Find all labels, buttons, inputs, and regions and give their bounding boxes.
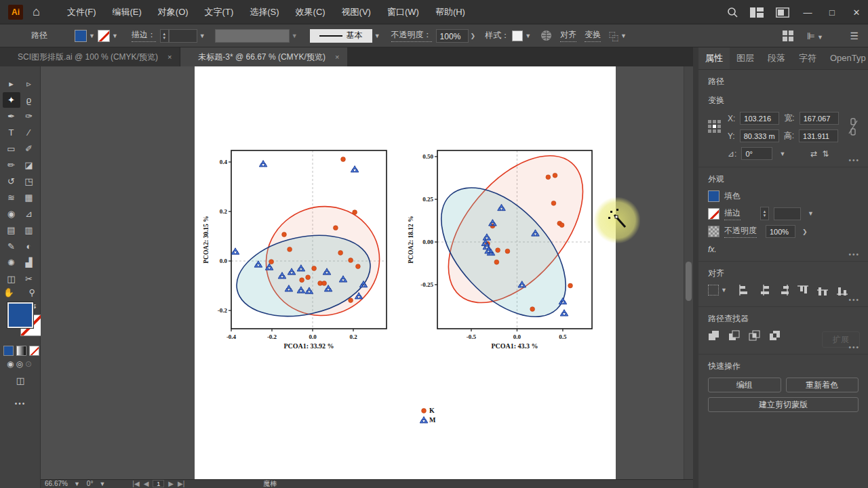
select-similar-icon[interactable]: ⿻ xyxy=(609,29,618,43)
pathfinder-unite-icon[interactable] xyxy=(708,330,719,342)
panel-tab-段落[interactable]: 段落 xyxy=(761,47,792,69)
line-segment-tool[interactable]: ∕ xyxy=(20,125,38,140)
width-tool[interactable]: ≋ xyxy=(3,190,20,205)
panel-opacity-expand[interactable]: ❯ xyxy=(802,228,808,235)
select-similar-dropdown[interactable]: ▼ xyxy=(620,33,627,39)
column-graph-tool[interactable]: ▟ xyxy=(20,255,38,270)
variable-width-profile[interactable]: 基本 xyxy=(310,29,372,43)
appearance-stroke-label[interactable]: 描边 xyxy=(724,207,741,220)
height-field[interactable]: 131.911 xyxy=(799,129,838,142)
align-top-icon[interactable] xyxy=(797,285,808,296)
color-mode-button[interactable] xyxy=(3,346,14,356)
menu-item-2[interactable]: 对象(O) xyxy=(150,0,197,24)
pathfinder-more-icon[interactable]: ••• xyxy=(848,344,860,351)
stroke-dropdown-arrow[interactable]: ▼ xyxy=(112,33,118,39)
zoom-level[interactable]: 66.67% xyxy=(45,480,68,488)
align-bottom-icon[interactable] xyxy=(837,285,848,296)
artboard-number[interactable]: 1 xyxy=(153,480,164,487)
menu-item-1[interactable]: 编辑(E) xyxy=(104,0,149,24)
style-dropdown-arrow[interactable]: ▼ xyxy=(525,33,531,39)
menu-item-5[interactable]: 效果(C) xyxy=(288,0,334,24)
artboard-nav-first-icon[interactable]: |◀ xyxy=(132,480,139,488)
mesh-tool[interactable]: ▤ xyxy=(3,222,20,238)
rectangle-tool[interactable]: ▭ xyxy=(3,141,20,157)
close-button[interactable]: ✕ xyxy=(850,7,863,18)
flip-horizontal-icon[interactable]: ⇄ xyxy=(810,149,817,159)
rotate-tool[interactable]: ↺ xyxy=(3,174,20,189)
appearance-more-icon[interactable]: ••• xyxy=(848,251,860,258)
constrain-proportions-icon[interactable] xyxy=(848,117,859,138)
tab-close-icon[interactable]: × xyxy=(167,53,172,61)
panel-opacity-value[interactable]: 100% xyxy=(766,225,795,238)
rotation-indicator[interactable]: 0° xyxy=(87,480,94,488)
rotate-dropdown-arrow[interactable]: ▼ xyxy=(779,150,785,157)
menu-item-4[interactable]: 选择(S) xyxy=(241,0,287,24)
panel-menu-icon[interactable]: ☰ xyxy=(850,30,859,41)
appearance-stroke-swatch[interactable] xyxy=(708,208,719,220)
shape-builder-tool[interactable]: ◉ xyxy=(3,206,20,222)
arrange-documents-icon[interactable] xyxy=(776,7,789,18)
document-tab-0[interactable]: SCI图形排版.ai @ 100 % (CMYK/预览)× xyxy=(0,47,180,66)
type-tool[interactable]: T xyxy=(3,125,20,140)
align-left-icon[interactable] xyxy=(738,285,749,296)
brush-definition-dropdown[interactable] xyxy=(215,29,290,43)
workspace-switcher-icon[interactable] xyxy=(750,7,764,18)
hand-tool[interactable]: ✋ xyxy=(0,285,18,300)
recolor-button[interactable]: 重新着色 xyxy=(786,378,859,392)
free-transform-tool[interactable]: ▦ xyxy=(20,190,38,205)
appearance-fill-label[interactable]: 填色 xyxy=(724,190,741,202)
stroke-weight-stepper[interactable]: ▲▼ xyxy=(160,29,169,43)
panel-tab-属性[interactable]: 属性 xyxy=(698,47,730,69)
panel-divider[interactable] xyxy=(693,47,698,488)
app-icon[interactable]: Ai xyxy=(8,5,23,20)
rotate-field[interactable]: 0° xyxy=(741,147,772,160)
x-field[interactable]: 103.216 xyxy=(740,112,779,125)
make-clipping-mask-button[interactable]: 建立剪切蒙版 xyxy=(708,397,859,412)
pen-tool[interactable]: ✒ xyxy=(3,108,20,124)
appearance-fill-swatch[interactable] xyxy=(708,190,719,202)
fill-color-indicator[interactable] xyxy=(7,302,33,328)
align-link[interactable]: 对齐 xyxy=(560,29,576,42)
scale-tool[interactable]: ◳ xyxy=(20,174,38,189)
zoom-tool[interactable]: ⚲ xyxy=(24,285,41,300)
style-swatch[interactable] xyxy=(512,30,523,41)
none-mode-button[interactable] xyxy=(29,346,39,356)
document-setup-icon[interactable] xyxy=(540,30,552,41)
minimize-button[interactable]: — xyxy=(802,7,814,18)
panel-tab-字符[interactable]: 字符 xyxy=(792,47,823,69)
stroke-color-swatch[interactable] xyxy=(98,30,110,42)
align-hcenter-icon[interactable] xyxy=(758,285,769,296)
stroke-stepper[interactable]: ▲▼ xyxy=(760,207,769,220)
toolbar-overflow-icon[interactable]: ••• xyxy=(0,400,41,407)
fill-color-swatch[interactable] xyxy=(75,30,87,42)
direct-selection-tool[interactable]: ▹ xyxy=(20,76,38,92)
eyedropper-tool[interactable]: ✎ xyxy=(3,239,20,254)
group-button[interactable]: 编组 xyxy=(708,378,781,392)
opacity-expand-arrow[interactable]: ❯ xyxy=(471,33,476,39)
y-field[interactable]: 80.333 m xyxy=(740,129,779,142)
document-tab-1[interactable]: 未标题-3* @ 66.67 % (CMYK/预览)× xyxy=(180,47,347,66)
align-vcenter-icon[interactable] xyxy=(817,285,828,296)
align-to-dropdown[interactable]: ▼ xyxy=(708,285,730,296)
pathfinder-exclude-icon[interactable] xyxy=(769,330,781,342)
search-icon[interactable] xyxy=(727,7,738,18)
pathfinder-minus-front-icon[interactable] xyxy=(728,330,740,342)
lasso-tool[interactable]: ϱ xyxy=(20,92,38,108)
gradient-tool[interactable]: ▥ xyxy=(20,222,38,238)
artboard-nav-last-icon[interactable]: ▶| xyxy=(178,480,184,488)
transform-link[interactable]: 变换 xyxy=(585,29,601,42)
home-icon[interactable]: ⌂ xyxy=(33,5,40,19)
fx-button[interactable]: fx. xyxy=(708,245,859,254)
reference-point-locator[interactable] xyxy=(708,120,721,160)
gradient-mode-button[interactable] xyxy=(16,346,26,356)
panel-tab-图层[interactable]: 图层 xyxy=(730,47,761,69)
shaper-tool[interactable]: ✏ xyxy=(3,157,20,173)
menu-item-7[interactable]: 窗口(W) xyxy=(379,0,427,24)
align-more-icon[interactable]: ••• xyxy=(848,296,860,304)
stroke-unit-dropdown[interactable]: ▼ xyxy=(808,210,814,217)
menu-item-6[interactable]: 视图(V) xyxy=(334,0,379,24)
symbol-sprayer-tool[interactable]: ✺ xyxy=(3,255,20,270)
magic-wand-tool[interactable]: ✦ xyxy=(3,92,20,108)
stroke-weight-value[interactable] xyxy=(169,29,197,43)
opacity-label[interactable]: 不透明度： xyxy=(391,29,432,42)
